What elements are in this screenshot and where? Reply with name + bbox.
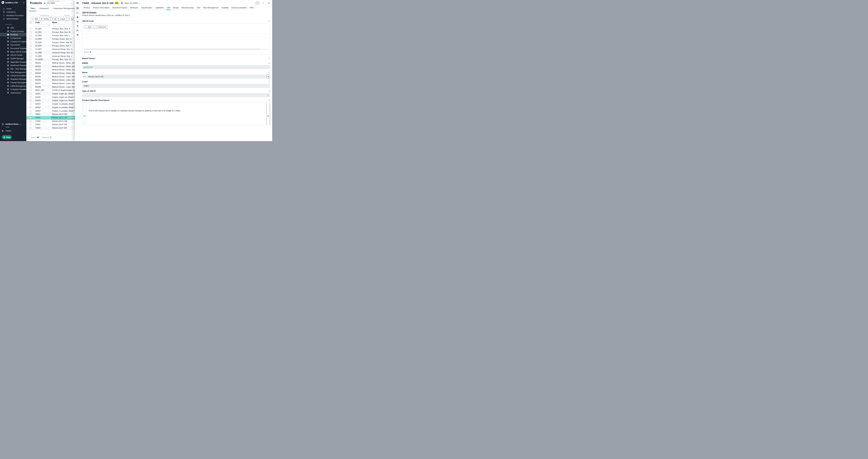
- sidebar-item-standard-management[interactable]: Standard Management: [0, 77, 26, 81]
- udi-add-button[interactable]: Add: [84, 25, 93, 29]
- row-checkbox[interactable]: [30, 83, 31, 84]
- tab-dashboard[interactable]: Dashboard: [39, 7, 49, 11]
- sidebar-item-contacts-legal-entiti[interactable]: Contacts & Legal Entiti...: [0, 40, 26, 43]
- table-row-m1003[interactable]: M1003Medical Gloves - Nitrile, Size: L: [26, 68, 75, 71]
- table-row-cl1006[interactable]: CL1006Forceps, Green, Size: L: [26, 44, 75, 48]
- table-row-t0001[interactable]: T0001Infusion Set G 050: [26, 113, 75, 116]
- code-info-icon[interactable]: [268, 81, 270, 83]
- sidebar-item-capa-management[interactable]: CAPA Management: [0, 84, 26, 88]
- favorite-star-icon[interactable]: [43, 2, 45, 4]
- table-row-s1001[interactable]: S1001Scalpel, single-use, Blade Type: A: [26, 92, 75, 95]
- name-field[interactable]: Infusion Set G 100: [87, 75, 266, 79]
- table-row-t1002[interactable]: T1002Infusion Set G 150: [26, 119, 75, 123]
- code-field[interactable]: T1001: [82, 84, 270, 88]
- account-switcher[interactable]: medtech Demo - ...: [2, 122, 25, 126]
- tab-risk-management[interactable]: Risk Management: [202, 5, 220, 10]
- sidebar-item-monitored-requirements[interactable]: Monitored Requirements: [0, 64, 26, 67]
- detail-search-button[interactable]: [255, 2, 259, 4]
- table-row-m1002[interactable]: M1002Medical Gloves - Nitrile, Size: M: [26, 65, 75, 68]
- regulatory-focus-chevron-down-icon[interactable]: [70, 3, 72, 4]
- table-row-m1006[interactable]: M1006Medical Gloves - Latex, Size: M: [26, 78, 75, 82]
- sidebar-item-complaint-handling[interactable]: Complaint Handling: [0, 88, 26, 91]
- table-row-cl1005[interactable]: CL1005Forceps, Green, Size: M: [26, 41, 75, 44]
- card-icon[interactable]: [75, 6, 80, 10]
- row-checkbox[interactable]: [30, 62, 31, 64]
- table-row-t2001[interactable]: T2001Infusion Set P 200: [26, 123, 75, 126]
- import-button[interactable]: Import: [56, 17, 67, 21]
- table-row-s1003[interactable]: S1003Scalpel, single-use, Blade Type: C: [26, 99, 75, 102]
- sidebar-item-udi-di-codes[interactable]: UDI-DI Codes: [0, 54, 26, 57]
- sidebar-item-documents[interactable]: Documents: [0, 43, 26, 47]
- row-checkbox[interactable]: [30, 38, 31, 40]
- udi-pi-caret-down-icon[interactable]: [267, 94, 269, 96]
- tab-classification[interactable]: Classification: [140, 5, 154, 10]
- row-checkbox[interactable]: [30, 59, 31, 60]
- sidebar-item-components[interactable]: Components: [0, 36, 26, 40]
- sidebar-item-risk-management[interactable]: Risk Management: [0, 70, 26, 74]
- history-icon[interactable]: [75, 24, 80, 28]
- detail-menu-icon[interactable]: [262, 2, 265, 4]
- table-row-m1005[interactable]: M1005Medical Gloves - Latex, Size: S: [26, 75, 75, 79]
- tab-product[interactable]: Product: [82, 5, 92, 10]
- sidebar-item-product-groups[interactable]: Product Groups: [0, 30, 26, 33]
- row-checkbox[interactable]: [30, 96, 31, 98]
- hierarchy-icon[interactable]: [75, 20, 80, 23]
- row-checkbox[interactable]: [30, 55, 31, 57]
- row-checkbox[interactable]: [30, 86, 31, 88]
- sidebar-item-etd[interactable]: eTD: [0, 26, 26, 30]
- row-checkbox[interactable]: [30, 28, 31, 30]
- table-row-cl1007[interactable]: CL1007Universal Clamp, Size: S: [26, 48, 75, 51]
- theme-switcher[interactable]: Theme: [2, 129, 25, 133]
- row-checkbox[interactable]: [30, 31, 31, 33]
- code-column-menu-icon[interactable]: [48, 21, 50, 23]
- row-checkbox[interactable]: [30, 110, 31, 112]
- table-row-rast-001[interactable]: RAST_001COVID-19 Rapid Antigen Self-Test: [26, 89, 75, 92]
- table-row-m1004[interactable]: M1004Medical Gloves - Nitrile, Size: XL: [26, 71, 75, 75]
- branch-icon[interactable]: [75, 29, 80, 32]
- route-icon[interactable]: [75, 33, 80, 36]
- row-checkbox[interactable]: [30, 41, 31, 44]
- emdn-field[interactable]: A02010299: [82, 65, 270, 69]
- sidebar-nav-collections[interactable]: Collections: [0, 10, 26, 14]
- name-filter-input[interactable]: [52, 24, 73, 27]
- sidebar-item-rm-risk-management[interactable]: RM – Risk Management: [0, 67, 26, 70]
- row-checkbox[interactable]: [30, 89, 31, 91]
- udi-fullscreen-button[interactable]: Fullscreen: [94, 25, 108, 29]
- tab-table[interactable]: Table: [30, 7, 35, 11]
- row-checkbox[interactable]: [30, 72, 31, 74]
- sidebar-nav-workflow-processes[interactable]: Workflow Processes: [0, 14, 26, 17]
- tab-product-description[interactable]: Product Description: [92, 5, 111, 10]
- table-row-s2003[interactable]: S2003Scalpel, re-useable, Blade Type: C: [26, 109, 75, 113]
- udi-code-info-icon[interactable]: [268, 20, 270, 22]
- delete-button[interactable]: Delete: [39, 17, 50, 21]
- select-all-checkbox[interactable]: [30, 22, 31, 24]
- table-row-m1001[interactable]: M1001Medical Gloves - Nitrile, Size: S: [26, 61, 75, 65]
- sidebar-item-gspr-manager[interactable]: GSPR Manager: [0, 57, 26, 60]
- column-header-code[interactable]: Code: [35, 21, 40, 24]
- tab-design[interactable]: Design: [172, 5, 180, 10]
- brand-title[interactable]: meddevo eTD: [5, 2, 18, 4]
- table-row-cl1001[interactable]: CL1001Forceps, Blue, Size: S: [26, 27, 75, 31]
- table-row-s2001[interactable]: S2001Scalpel, re-useable, Blade Type: A: [26, 102, 75, 106]
- description-info-icon[interactable]: [268, 99, 270, 101]
- sidebar-item-products[interactable]: Products: [0, 33, 26, 36]
- row-checkbox[interactable]: [30, 123, 31, 125]
- table-row-cl1009[interactable]: CL1009Universal Clamp, Size: L: [26, 55, 75, 58]
- row-checkbox-checked[interactable]: [30, 117, 31, 119]
- udi-pi-field[interactable]: [82, 93, 270, 97]
- table-row-cl1004[interactable]: CL1004Forceps, Green, Size: S: [26, 37, 75, 41]
- row-checkbox[interactable]: [30, 65, 31, 67]
- udi-table-hscrollbar[interactable]: [84, 49, 268, 50]
- row-checkbox[interactable]: [30, 69, 31, 71]
- tab-intended-purpose[interactable]: Intended Purpose: [111, 5, 129, 10]
- table-row-cl1002[interactable]: CL1002Forceps, Blue, Size: M: [26, 31, 75, 34]
- row-checkbox[interactable]: [30, 127, 31, 129]
- sidebar-item-clinical-evaluation-man[interactable]: Clinical Evaluation Man...: [0, 74, 26, 78]
- sidebar-nav-administration[interactable]: Administration: [0, 17, 26, 21]
- pencil-square-icon[interactable]: [75, 1, 80, 5]
- view-selector[interactable]: View: EU-MDR: [124, 2, 138, 4]
- sort-ascending-icon[interactable]: [41, 22, 42, 23]
- row-checkbox[interactable]: [30, 79, 31, 81]
- row-checkbox[interactable]: [30, 120, 31, 122]
- tab-clinical-evaluation[interactable]: Clinical Evaluation: [230, 5, 248, 10]
